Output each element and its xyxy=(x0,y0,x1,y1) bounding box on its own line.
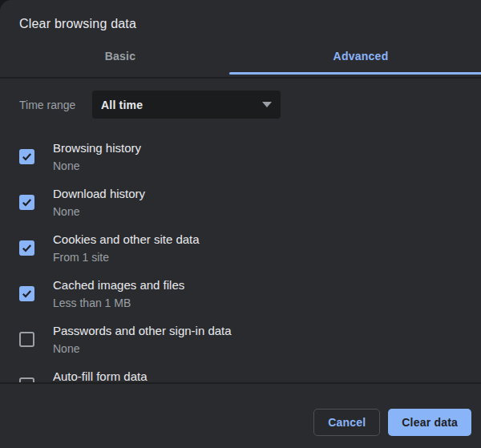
row-label: Cookies and other site data xyxy=(53,232,200,247)
row-passwords: Passwords and other sign-in data None xyxy=(0,317,481,362)
row-label: Auto-fill form data xyxy=(53,369,148,384)
cancel-button[interactable]: Cancel xyxy=(313,409,380,436)
row-label: Passwords and other sign-in data xyxy=(53,324,232,338)
checkbox-passwords[interactable] xyxy=(19,332,34,347)
dialog-footer: Cancel Clear data xyxy=(0,382,481,448)
row-detail: Less than 1 MB xyxy=(53,297,184,310)
time-range-select[interactable]: All time xyxy=(92,91,281,119)
time-range-label: Time range xyxy=(19,99,92,111)
checkmark-icon xyxy=(21,288,33,300)
checkmark-icon xyxy=(21,151,33,163)
dialog-title: Clear browsing data xyxy=(19,17,136,31)
tab-basic[interactable]: Basic xyxy=(0,50,240,63)
tab-advanced[interactable]: Advanced xyxy=(240,50,481,63)
time-range-row: Time range All time xyxy=(19,91,281,119)
active-tab-underline xyxy=(229,72,481,75)
checkbox-cached-images[interactable] xyxy=(19,286,34,301)
row-detail: None xyxy=(53,342,232,356)
row-label: Browsing history xyxy=(53,141,141,155)
row-browsing-history: Browsing history None xyxy=(0,134,481,180)
row-cached-images: Cached images and files Less than 1 MB xyxy=(0,271,481,317)
row-detail: None xyxy=(53,159,141,173)
row-detail: None xyxy=(53,205,145,219)
dropdown-caret-icon xyxy=(262,102,272,107)
checkmark-icon xyxy=(21,196,33,208)
clear-browsing-data-dialog: Clear browsing data Basic Advanced Time … xyxy=(0,0,481,448)
checkbox-browsing-history[interactable] xyxy=(19,149,34,164)
row-cookies: Cookies and other site data From 1 site xyxy=(0,225,481,271)
row-download-history: Download history None xyxy=(0,180,481,225)
row-detail: From 1 site xyxy=(53,251,200,264)
checkbox-cookies[interactable] xyxy=(19,240,34,256)
time-range-selected-value: All time xyxy=(101,99,143,111)
clear-data-button[interactable]: Clear data xyxy=(388,409,471,436)
header-divider xyxy=(0,77,481,79)
checkmark-icon xyxy=(21,242,33,254)
row-label: Cached images and files xyxy=(53,278,184,293)
checkbox-download-history[interactable] xyxy=(19,195,34,210)
tab-bar: Basic Advanced xyxy=(0,50,481,63)
row-label: Download history xyxy=(53,187,145,201)
clear-data-options-list: Browsing history None Download history N… xyxy=(0,134,481,408)
